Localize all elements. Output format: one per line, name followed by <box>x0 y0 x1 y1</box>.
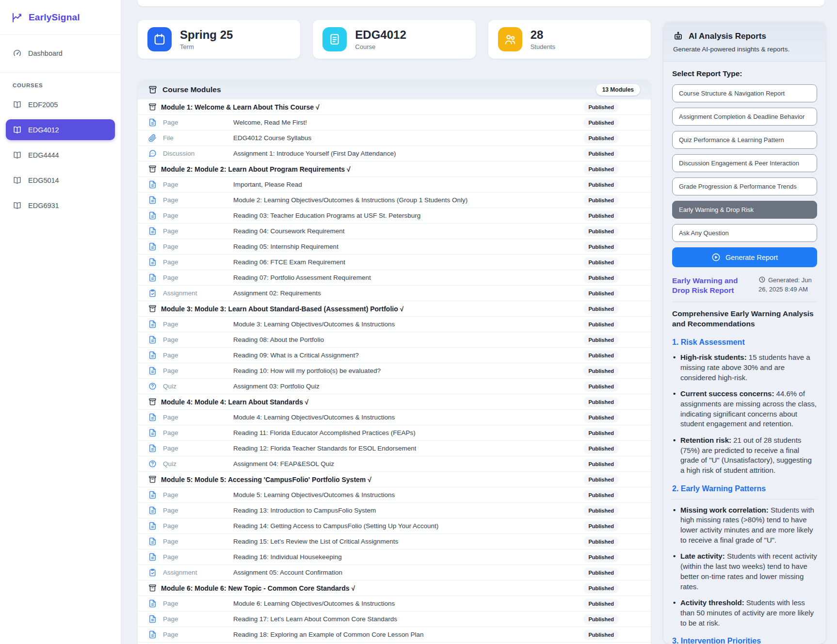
table-row[interactable]: Page Reading 13: Introduction to CampusF… <box>138 503 651 518</box>
table-row[interactable]: Page Reading 05: Internship Requirement … <box>138 239 651 255</box>
table-row[interactable]: Page Reading 16: Individual Housekeeping… <box>138 549 651 565</box>
table-row[interactable]: Page Welcome, Read Me First! Published <box>138 115 651 130</box>
stat-value: EDG4012 <box>355 28 406 42</box>
item-title: EDG4012 Course Syllabus <box>233 134 311 142</box>
table-row[interactable]: Module 4: Module 4: Learn About Standard… <box>138 394 651 410</box>
sidebar-item-dashboard[interactable]: Dashboard <box>6 43 115 64</box>
item-title: Reading 13: Introduction to CampusFolio … <box>233 507 376 514</box>
page-icon <box>148 429 157 437</box>
module-icon <box>148 165 157 173</box>
table-row[interactable]: Page Module 6: Learning Objectives/Outco… <box>138 596 651 612</box>
table-row[interactable]: Page Reading 10: How will my portfolio(s… <box>138 363 651 379</box>
app-root: EarlySignal Dashboard COURSES EDF2005 ED… <box>0 0 837 644</box>
table-row[interactable]: Module 2: Module 2: Learn About Program … <box>138 161 651 177</box>
table-row[interactable]: Page Reading 17: Let's Learn About Commo… <box>138 612 651 627</box>
status-cell: Published <box>583 631 651 638</box>
page-icon <box>148 274 157 282</box>
table-row[interactable]: Page Reading 18: Exploring an Example of… <box>138 627 651 643</box>
table-row[interactable]: Page Reading 14: Getting Access to Campu… <box>138 518 651 534</box>
sidebar-course-item[interactable]: EDF2005 <box>6 94 115 115</box>
item-title: Assignment 05: Account Confirmation <box>233 569 342 576</box>
robot-icon <box>673 31 683 41</box>
table-row[interactable]: Page Reading 09: What is a Critical Assi… <box>138 348 651 363</box>
status-cell: Published <box>583 336 651 343</box>
page-icon <box>148 336 157 344</box>
page-icon <box>148 258 157 266</box>
item-title: Module 4: Module 4: Learn About Standard… <box>161 398 308 406</box>
table-row[interactable]: Page Module 4: Learning Objectives/Outco… <box>138 410 651 425</box>
status-badge: Published <box>583 475 619 484</box>
page-icon <box>148 444 157 452</box>
clipboard-icon <box>328 33 341 46</box>
table-row[interactable]: Page Module 2: Learning Objectives/Outco… <box>138 193 651 208</box>
report-type-button[interactable]: Discussion Engagement & Peer Interaction <box>672 154 817 172</box>
stat-value: Spring 25 <box>180 28 233 42</box>
table-row[interactable]: Module 1: Welcome & Learn About This Cou… <box>138 99 651 115</box>
table-row[interactable]: Quiz Assignment 04: FEAP&ESOL Quiz Publi… <box>138 456 651 472</box>
report-type-button[interactable]: Ask Any Question <box>672 224 817 242</box>
table-row[interactable]: Module 5: Module 5: Accessing 'CampusFol… <box>138 472 651 487</box>
report-type-button[interactable]: Course Structure & Navigation Report <box>672 84 817 102</box>
item-type-label: Page <box>163 553 233 561</box>
table-row[interactable]: Page Module 5: Learning Objectives/Outco… <box>138 487 651 503</box>
app-logo: EarlySignal <box>0 0 121 35</box>
generate-report-button[interactable]: Generate Report <box>672 247 817 267</box>
status-badge: Published <box>583 273 619 283</box>
status-badge: Published <box>583 583 619 593</box>
table-row[interactable]: Quiz Assignment 03: Portfolio Quiz Publi… <box>138 379 651 394</box>
status-cell: Published <box>583 305 651 312</box>
item-type-label: Page <box>163 414 233 421</box>
sidebar-course-item[interactable]: EDG6931 <box>6 195 115 216</box>
report-type-button[interactable]: Assignment Completion & Deadline Behavio… <box>672 108 817 126</box>
page-icon <box>148 211 157 220</box>
table-row[interactable]: Module 6: Module 6: New Topic - Common C… <box>138 580 651 596</box>
table-row[interactable]: Page Reading 07: Portfolio Assessment Re… <box>138 270 651 286</box>
status-cell: Published <box>583 227 651 235</box>
status-badge: Published <box>583 614 619 624</box>
scrolled-header-remnant <box>138 0 824 6</box>
table-row[interactable]: Page Reading 08: About the Portfolio Pub… <box>138 332 651 348</box>
item-title: Reading 16: Individual Housekeeping <box>233 553 342 561</box>
page-icon <box>148 630 157 639</box>
report-type-button[interactable]: Quiz Performance & Learning Pattern <box>672 131 817 149</box>
table-row[interactable]: Page Reading 12: Florida Teacher Standar… <box>138 441 651 456</box>
table-row[interactable]: Module 3: Module 3: Learn About Standard… <box>138 301 651 317</box>
table-row[interactable]: Discussion Assignment 1: Introduce Yours… <box>138 146 651 161</box>
sidebar-course-item[interactable]: EDG5014 <box>6 170 115 191</box>
module-rows: Module 1: Welcome & Learn About This Cou… <box>138 99 651 644</box>
section-items: High-risk students: 15 students have a m… <box>672 353 817 476</box>
page-icon <box>148 537 157 546</box>
assignment-icon <box>148 568 157 577</box>
ai-panel-header: AI Analysis Reports Generate AI-powered … <box>663 22 826 62</box>
page-icon <box>148 351 157 359</box>
table-row[interactable]: Page Reading 11: Florida Educator Accomp… <box>138 425 651 441</box>
status-badge: Published <box>583 289 619 298</box>
status-cell: Published <box>583 584 651 592</box>
table-row[interactable]: File EDG4012 Course Syllabus Published <box>138 130 651 146</box>
users-icon <box>504 33 516 46</box>
table-row[interactable]: Page Module 3: Learning Objectives/Outco… <box>138 317 651 332</box>
item-title: Module 3: Module 3: Learn About Standard… <box>161 305 403 313</box>
stat-label: Students <box>531 43 555 50</box>
table-row[interactable]: Page Reading 15: Let's Review the List o… <box>138 534 651 549</box>
table-row[interactable]: Page Important, Please Read Published <box>138 177 651 193</box>
item-title: Reading 12: Florida Teacher Standards fo… <box>233 445 416 452</box>
table-row[interactable]: Assignment Assignment 02: Requirements P… <box>138 286 651 301</box>
report-type-button[interactable]: Grade Progression & Performance Trends <box>672 177 817 195</box>
report-title: Early Warning and Drop Risk Report <box>672 276 754 295</box>
book-icon <box>13 125 22 134</box>
sidebar-course-item[interactable]: EDG4444 <box>6 145 115 165</box>
status-cell: Published <box>583 383 651 390</box>
status-badge: Published <box>583 133 619 143</box>
item-type-label: Quiz <box>163 460 233 467</box>
sidebar-course-item[interactable]: EDG4012 <box>6 119 115 140</box>
course-list: EDF2005 EDG4012 EDG4444 EDG5014 EDG6931 <box>0 91 121 223</box>
section-heading: 1. Risk Assessment <box>672 338 817 347</box>
table-row[interactable]: Page Reading 06: FTCE Exam Requirement P… <box>138 255 651 270</box>
item-type-label: Discussion <box>163 150 233 157</box>
report-type-button[interactable]: Early Warning & Drop Risk <box>672 201 817 219</box>
table-row[interactable]: Page Reading 03: Teacher Education Progr… <box>138 208 651 224</box>
table-row[interactable]: Assignment Assignment 05: Account Confir… <box>138 565 651 580</box>
item-type-label: Assignment <box>163 290 233 297</box>
table-row[interactable]: Page Reading 04: Coursework Requirement … <box>138 224 651 239</box>
